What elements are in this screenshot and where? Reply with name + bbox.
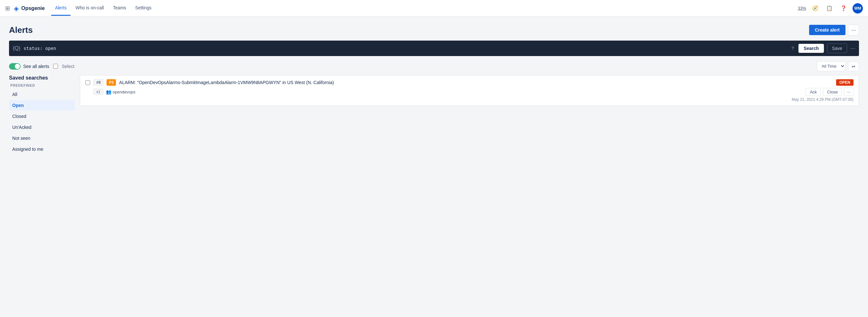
alert-actions: Ack Close ···: [806, 88, 854, 96]
search-query-icon: {Q}: [13, 46, 20, 51]
priority-badge: P3: [106, 79, 116, 86]
alert-title: ALARM: "OpenDevOpsAlarms-SubmitImageLamb…: [119, 80, 833, 85]
select-checkbox[interactable]: [53, 64, 58, 68]
save-button[interactable]: Save: [827, 44, 847, 53]
ack-button[interactable]: Ack: [806, 88, 821, 96]
alert-row-2: x1 👥 opendevops Ack Close ···: [93, 88, 854, 96]
status-badge: OPEN: [836, 79, 854, 86]
sidebar-item-all[interactable]: All: [9, 89, 75, 99]
help-icon[interactable]: ❓: [838, 3, 849, 13]
time-filter-select[interactable]: All Time: [817, 61, 845, 71]
user-avatar[interactable]: WM: [852, 3, 863, 13]
table-row: #9 P3 ALARM: "OpenDevOpsAlarms-SubmitIma…: [80, 75, 859, 106]
close-alert-button[interactable]: Close: [823, 88, 842, 96]
page-more-button[interactable]: ···: [848, 25, 859, 35]
toolbar-row: See all alerts Select All Time ⇌: [9, 61, 859, 71]
team-icon: 👥: [106, 89, 112, 94]
sidebar-item-closed[interactable]: Closed: [9, 111, 75, 121]
page-title: Alerts: [9, 25, 33, 35]
alert-row-3: May 21, 2021 4:29 PM (GMT-07:00): [85, 97, 854, 102]
nav-settings[interactable]: Settings: [131, 1, 156, 16]
percent-label[interactable]: 33%: [798, 6, 806, 11]
nav-alerts[interactable]: Alerts: [51, 1, 70, 16]
alerts-list: #9 P3 ALARM: "OpenDevOpsAlarms-SubmitIma…: [80, 75, 859, 155]
filter-button[interactable]: ⇌: [848, 61, 859, 71]
toolbar-right: All Time ⇌: [817, 61, 859, 71]
top-navigation: ⊞ ◈ Opsgenie Alerts Who is on-call Teams…: [0, 0, 868, 17]
sidebar-item-not-seen[interactable]: Not seen: [9, 133, 75, 143]
search-more-button[interactable]: ···: [850, 45, 855, 52]
search-button[interactable]: Search: [799, 44, 824, 53]
page-header: Alerts Create alert ···: [9, 25, 859, 35]
search-input[interactable]: [24, 46, 788, 51]
create-alert-button[interactable]: Create alert: [809, 25, 845, 35]
sidebar-item-assigned-to-me[interactable]: Assigned to me: [9, 144, 75, 154]
grid-icon[interactable]: ⊞: [5, 5, 10, 12]
main-layout: Saved searches PREDEFINED All Open Close…: [9, 75, 859, 155]
alert-team: 👥 opendevops: [106, 89, 135, 94]
alert-timestamp: May 21, 2021 4:29 PM (GMT-07:00): [792, 97, 854, 102]
alert-number: #9: [93, 79, 103, 86]
alert-checkbox[interactable]: [85, 80, 90, 85]
compass-icon[interactable]: 🧭: [810, 3, 820, 13]
toggle-switch[interactable]: [9, 63, 21, 69]
sidebar-predefined-label: PREDEFINED: [9, 83, 75, 87]
alert-count: x1: [93, 89, 103, 95]
toggle-label: See all alerts: [23, 64, 49, 69]
page-header-actions: Create alert ···: [809, 25, 859, 35]
alert-team-name: opendevops: [113, 90, 135, 94]
sidebar-title: Saved searches: [9, 75, 75, 81]
search-bar: {Q} ? Search Save ···: [9, 40, 859, 56]
app-name: Opsgenie: [21, 5, 45, 11]
sidebar-item-unacked[interactable]: Un'Acked: [9, 122, 75, 133]
select-label: Select: [62, 64, 74, 69]
see-all-toggle[interactable]: See all alerts: [9, 63, 49, 69]
alert-more-button[interactable]: ···: [844, 88, 854, 96]
nav-who-is-on-call[interactable]: Who is on-call: [72, 1, 108, 16]
search-help-icon[interactable]: ?: [792, 46, 794, 51]
alert-row-1: #9 P3 ALARM: "OpenDevOpsAlarms-SubmitIma…: [85, 79, 854, 86]
page-content: Alerts Create alert ··· {Q} ? Search Sav…: [0, 17, 868, 163]
app-logo[interactable]: ◈ Opsgenie: [14, 4, 45, 12]
sidebar-item-open[interactable]: Open: [9, 100, 75, 111]
sidebar: Saved searches PREDEFINED All Open Close…: [9, 75, 80, 155]
nav-links: Alerts Who is on-call Teams Settings: [51, 1, 797, 16]
nav-right: 33% 🧭 📋 ❓ WM: [798, 3, 863, 13]
notification-icon[interactable]: 📋: [824, 3, 835, 13]
logo-icon: ◈: [14, 4, 19, 12]
nav-teams[interactable]: Teams: [109, 1, 130, 16]
toggle-knob: [15, 64, 20, 69]
toolbar-left: See all alerts Select: [9, 63, 74, 69]
